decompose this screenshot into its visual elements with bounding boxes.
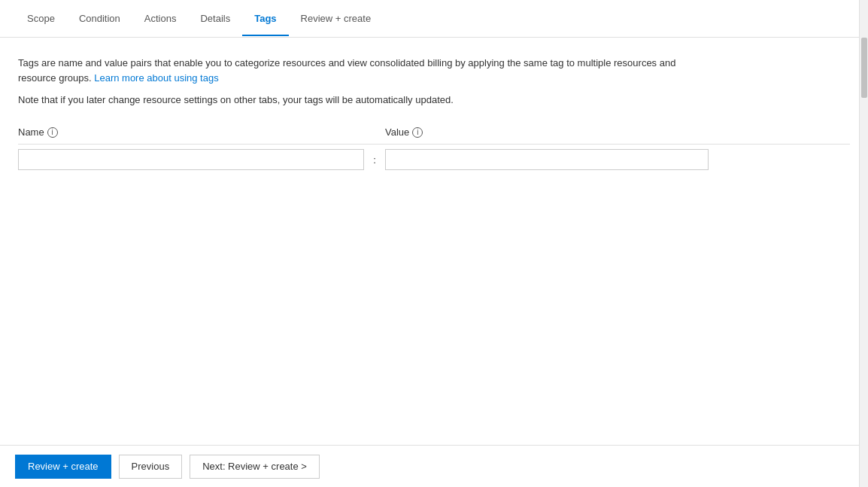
- name-info-icon[interactable]: i: [47, 127, 58, 138]
- value-label: Value i: [385, 126, 850, 138]
- nav-tabs: Scope Condition Actions Details Tags Rev…: [0, 0, 868, 38]
- value-input[interactable]: [385, 149, 709, 170]
- tab-condition[interactable]: Condition: [67, 2, 132, 36]
- colon-separator: :: [364, 154, 385, 166]
- description-text: Tags are name and value pairs that enabl…: [18, 56, 695, 85]
- tab-scope[interactable]: Scope: [15, 2, 67, 36]
- name-label: Name i: [18, 126, 364, 138]
- form-header-row: Name i Value i: [18, 126, 850, 145]
- form-input-row: :: [18, 149, 850, 170]
- tab-tags[interactable]: Tags: [242, 2, 288, 36]
- bottom-toolbar: Review + create Previous Next: Review + …: [0, 445, 868, 487]
- value-info-icon[interactable]: i: [412, 127, 423, 138]
- review-create-button[interactable]: Review + create: [15, 455, 111, 479]
- learn-more-link[interactable]: Learn more about using tags: [94, 72, 219, 84]
- name-input[interactable]: [18, 149, 364, 170]
- next-button[interactable]: Next: Review + create >: [190, 455, 320, 479]
- note-text: Note that if you later change resource s…: [18, 94, 850, 105]
- previous-button[interactable]: Previous: [119, 455, 183, 479]
- scrollbar[interactable]: [859, 0, 868, 487]
- scrollbar-thumb[interactable]: [861, 38, 867, 98]
- tags-form: Name i Value i :: [18, 126, 850, 170]
- tab-actions[interactable]: Actions: [132, 2, 189, 36]
- tab-review-create[interactable]: Review + create: [289, 2, 384, 36]
- tab-details[interactable]: Details: [188, 2, 242, 36]
